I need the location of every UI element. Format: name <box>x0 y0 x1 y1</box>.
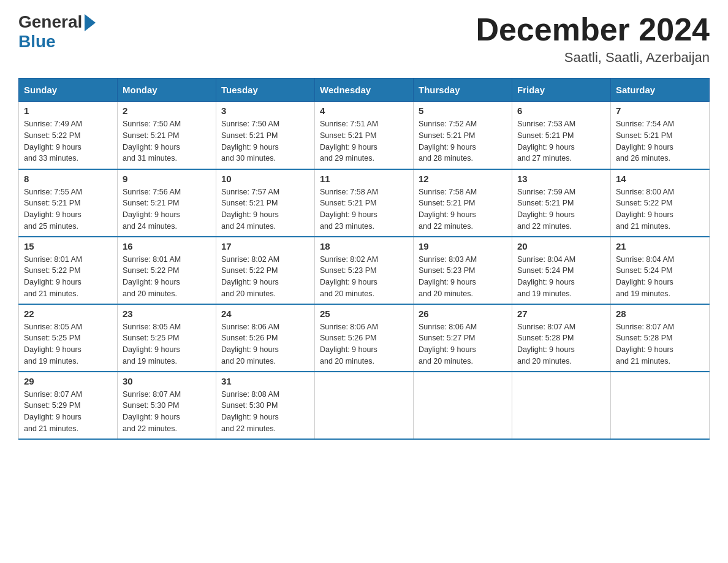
calendar-body: 1Sunrise: 7:49 AM Sunset: 5:22 PM Daylig… <box>19 102 710 439</box>
day-info: Sunrise: 7:58 AM Sunset: 5:21 PM Dayligh… <box>419 186 507 232</box>
day-info: Sunrise: 7:56 AM Sunset: 5:21 PM Dayligh… <box>123 186 211 232</box>
day-info: Sunrise: 7:54 AM Sunset: 5:21 PM Dayligh… <box>616 118 704 164</box>
day-cell-30: 30Sunrise: 8:07 AM Sunset: 5:30 PM Dayli… <box>118 372 216 439</box>
day-number: 31 <box>221 376 309 386</box>
day-cell-2: 2Sunrise: 7:50 AM Sunset: 5:21 PM Daylig… <box>118 102 216 169</box>
day-number: 29 <box>24 376 112 386</box>
day-number: 6 <box>517 105 605 116</box>
day-cell-27: 27Sunrise: 8:07 AM Sunset: 5:28 PM Dayli… <box>512 304 611 372</box>
day-info: Sunrise: 7:50 AM Sunset: 5:21 PM Dayligh… <box>123 118 211 164</box>
day-number: 8 <box>24 174 112 184</box>
day-cell-4: 4Sunrise: 7:51 AM Sunset: 5:21 PM Daylig… <box>315 102 414 169</box>
header-cell-thursday: Thursday <box>414 79 512 102</box>
day-cell-18: 18Sunrise: 8:02 AM Sunset: 5:23 PM Dayli… <box>315 237 414 304</box>
day-info: Sunrise: 7:55 AM Sunset: 5:21 PM Dayligh… <box>24 186 112 232</box>
page-header: General Blue December 2024 Saatli, Saatl… <box>18 12 710 66</box>
day-number: 23 <box>123 308 211 319</box>
day-number: 18 <box>320 241 408 251</box>
calendar-table: SundayMondayTuesdayWednesdayThursdayFrid… <box>18 78 710 440</box>
day-number: 5 <box>419 105 507 116</box>
day-number: 22 <box>24 308 112 319</box>
day-number: 13 <box>517 174 605 184</box>
day-info: Sunrise: 8:02 AM Sunset: 5:22 PM Dayligh… <box>221 254 309 300</box>
day-number: 16 <box>123 241 211 251</box>
day-number: 10 <box>221 174 309 184</box>
day-number: 4 <box>320 105 408 116</box>
day-info: Sunrise: 8:00 AM Sunset: 5:22 PM Dayligh… <box>616 186 704 232</box>
day-info: Sunrise: 8:03 AM Sunset: 5:23 PM Dayligh… <box>419 254 507 300</box>
day-cell-3: 3Sunrise: 7:50 AM Sunset: 5:21 PM Daylig… <box>216 102 315 169</box>
day-info: Sunrise: 8:08 AM Sunset: 5:30 PM Dayligh… <box>221 389 309 435</box>
header-cell-wednesday: Wednesday <box>315 79 414 102</box>
header-cell-saturday: Saturday <box>611 79 710 102</box>
day-cell-6: 6Sunrise: 7:53 AM Sunset: 5:21 PM Daylig… <box>512 102 611 169</box>
calendar-title: December 2024 <box>476 12 710 47</box>
day-cell-29: 29Sunrise: 8:07 AM Sunset: 5:29 PM Dayli… <box>19 372 118 439</box>
header-cell-monday: Monday <box>118 79 216 102</box>
day-number: 20 <box>517 241 605 251</box>
day-cell-16: 16Sunrise: 8:01 AM Sunset: 5:22 PM Dayli… <box>118 237 216 304</box>
day-info: Sunrise: 8:06 AM Sunset: 5:26 PM Dayligh… <box>221 321 309 367</box>
header-cell-sunday: Sunday <box>19 79 118 102</box>
empty-cell <box>611 372 710 439</box>
day-cell-11: 11Sunrise: 7:58 AM Sunset: 5:21 PM Dayli… <box>315 169 414 237</box>
day-cell-10: 10Sunrise: 7:57 AM Sunset: 5:21 PM Dayli… <box>216 169 315 237</box>
empty-cell <box>414 372 512 439</box>
day-cell-1: 1Sunrise: 7:49 AM Sunset: 5:22 PM Daylig… <box>19 102 118 169</box>
week-row-2: 8Sunrise: 7:55 AM Sunset: 5:21 PM Daylig… <box>19 169 710 237</box>
day-cell-31: 31Sunrise: 8:08 AM Sunset: 5:30 PM Dayli… <box>216 372 315 439</box>
day-info: Sunrise: 8:04 AM Sunset: 5:24 PM Dayligh… <box>616 254 704 300</box>
logo-blue-text: Blue <box>18 32 56 52</box>
day-cell-25: 25Sunrise: 8:06 AM Sunset: 5:26 PM Dayli… <box>315 304 414 372</box>
header-cell-friday: Friday <box>512 79 611 102</box>
day-info: Sunrise: 7:49 AM Sunset: 5:22 PM Dayligh… <box>24 118 112 164</box>
day-number: 7 <box>616 105 704 116</box>
day-cell-22: 22Sunrise: 8:05 AM Sunset: 5:25 PM Dayli… <box>19 304 118 372</box>
title-section: December 2024 Saatli, Saatli, Azerbaijan <box>476 12 710 66</box>
day-info: Sunrise: 8:02 AM Sunset: 5:23 PM Dayligh… <box>320 254 408 300</box>
day-number: 17 <box>221 241 309 251</box>
day-info: Sunrise: 7:53 AM Sunset: 5:21 PM Dayligh… <box>517 118 605 164</box>
day-info: Sunrise: 7:58 AM Sunset: 5:21 PM Dayligh… <box>320 186 408 232</box>
day-cell-20: 20Sunrise: 8:04 AM Sunset: 5:24 PM Dayli… <box>512 237 611 304</box>
day-info: Sunrise: 8:05 AM Sunset: 5:25 PM Dayligh… <box>24 321 112 367</box>
day-cell-15: 15Sunrise: 8:01 AM Sunset: 5:22 PM Dayli… <box>19 237 118 304</box>
day-number: 3 <box>221 105 309 116</box>
day-number: 15 <box>24 241 112 251</box>
logo: General Blue <box>18 12 96 52</box>
day-number: 21 <box>616 241 704 251</box>
day-number: 24 <box>221 308 309 319</box>
logo-arrow-icon <box>85 14 96 31</box>
day-info: Sunrise: 8:07 AM Sunset: 5:28 PM Dayligh… <box>517 321 605 367</box>
day-number: 11 <box>320 174 408 184</box>
day-info: Sunrise: 7:50 AM Sunset: 5:21 PM Dayligh… <box>221 118 309 164</box>
day-cell-13: 13Sunrise: 7:59 AM Sunset: 5:21 PM Dayli… <box>512 169 611 237</box>
day-cell-7: 7Sunrise: 7:54 AM Sunset: 5:21 PM Daylig… <box>611 102 710 169</box>
week-row-4: 22Sunrise: 8:05 AM Sunset: 5:25 PM Dayli… <box>19 304 710 372</box>
day-info: Sunrise: 7:57 AM Sunset: 5:21 PM Dayligh… <box>221 186 309 232</box>
day-cell-26: 26Sunrise: 8:06 AM Sunset: 5:27 PM Dayli… <box>414 304 512 372</box>
empty-cell <box>512 372 611 439</box>
day-info: Sunrise: 7:52 AM Sunset: 5:21 PM Dayligh… <box>419 118 507 164</box>
day-number: 30 <box>123 376 211 386</box>
empty-cell <box>315 372 414 439</box>
day-info: Sunrise: 7:51 AM Sunset: 5:21 PM Dayligh… <box>320 118 408 164</box>
day-info: Sunrise: 8:06 AM Sunset: 5:27 PM Dayligh… <box>419 321 507 367</box>
day-number: 19 <box>419 241 507 251</box>
header-cell-tuesday: Tuesday <box>216 79 315 102</box>
day-cell-19: 19Sunrise: 8:03 AM Sunset: 5:23 PM Dayli… <box>414 237 512 304</box>
day-info: Sunrise: 8:01 AM Sunset: 5:22 PM Dayligh… <box>24 254 112 300</box>
day-info: Sunrise: 8:01 AM Sunset: 5:22 PM Dayligh… <box>123 254 211 300</box>
day-number: 25 <box>320 308 408 319</box>
day-cell-28: 28Sunrise: 8:07 AM Sunset: 5:28 PM Dayli… <box>611 304 710 372</box>
day-number: 1 <box>24 105 112 116</box>
day-number: 12 <box>419 174 507 184</box>
day-cell-17: 17Sunrise: 8:02 AM Sunset: 5:22 PM Dayli… <box>216 237 315 304</box>
day-cell-21: 21Sunrise: 8:04 AM Sunset: 5:24 PM Dayli… <box>611 237 710 304</box>
day-cell-9: 9Sunrise: 7:56 AM Sunset: 5:21 PM Daylig… <box>118 169 216 237</box>
day-number: 27 <box>517 308 605 319</box>
day-info: Sunrise: 8:07 AM Sunset: 5:30 PM Dayligh… <box>123 389 211 435</box>
day-info: Sunrise: 7:59 AM Sunset: 5:21 PM Dayligh… <box>517 186 605 232</box>
week-row-1: 1Sunrise: 7:49 AM Sunset: 5:22 PM Daylig… <box>19 102 710 169</box>
day-number: 14 <box>616 174 704 184</box>
